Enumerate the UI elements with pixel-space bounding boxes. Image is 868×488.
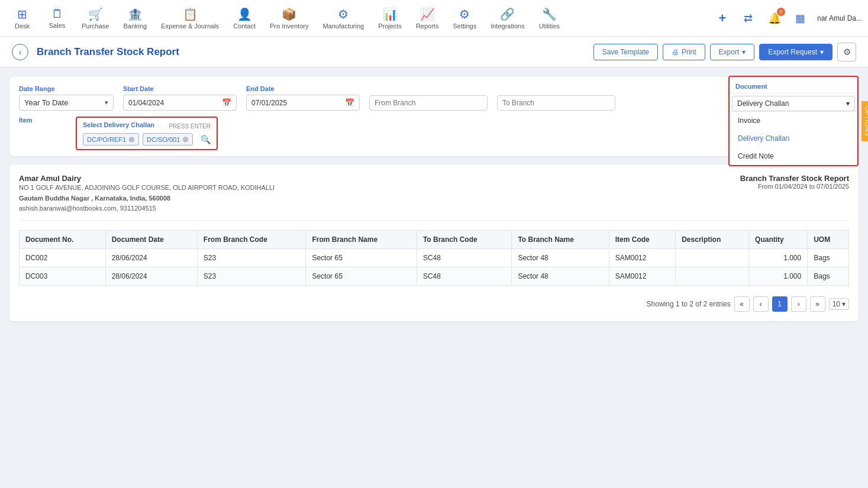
notification-bell[interactable]: 🔔 0 — [765, 9, 784, 28]
pagination-first[interactable]: « — [734, 296, 750, 312]
grid-icon[interactable]: ▦ — [791, 9, 810, 28]
cell-item-code-2: SAM0012 — [609, 267, 675, 285]
cell-description-2 — [676, 267, 749, 285]
document-option-delivery-challan[interactable]: Delivery Challan — [730, 130, 857, 147]
nav-purchase[interactable]: 🛒 Purchase — [76, 4, 115, 33]
end-date-group: End Date 📅 — [246, 85, 360, 111]
document-option-credit-note[interactable]: Credit Note — [730, 147, 857, 165]
settings-icon: ⚙ — [459, 7, 470, 21]
pagination-current-page[interactable]: 1 — [772, 296, 788, 312]
transfer-icon[interactable]: ⇄ — [739, 9, 758, 28]
nav-integrations[interactable]: 🔗 Integrations — [485, 4, 530, 33]
nav-purchase-label: Purchase — [82, 22, 109, 30]
nav-pro-inventory[interactable]: 📦 Pro Inventory — [264, 4, 314, 33]
report-title: Branch Transfer Stock Report — [740, 174, 849, 183]
table-header-row: Document No. Document Date From Branch C… — [20, 230, 849, 248]
col-quantity: Quantity — [749, 230, 808, 248]
nav-banking[interactable]: 🏦 Banking — [117, 4, 153, 33]
date-range-value: Year To Date — [24, 98, 68, 107]
col-doc-no: Document No. — [20, 230, 106, 248]
from-branch-input[interactable] — [375, 99, 482, 107]
col-description: Description — [676, 230, 749, 248]
cell-quantity-2: 1.000 — [749, 267, 808, 285]
item-tag-row: DC/PO/REF1 ⊗ DC/SO/001 ⊗ 🔍 — [83, 133, 211, 146]
page-title: Branch Transfer Stock Report — [37, 46, 585, 58]
contact-icon: 👤 — [237, 7, 252, 21]
pagination-last[interactable]: » — [810, 296, 825, 312]
nav-projects-label: Projects — [378, 22, 402, 30]
date-range-select[interactable]: Year To Date ▾ — [19, 95, 114, 111]
nav-projects[interactable]: 📊 Projects — [372, 4, 408, 33]
company-address-line2: Gautam Buddha Nagar , Karnataka, India, … — [19, 193, 275, 204]
cell-item-code-1: SAM0012 — [609, 248, 675, 267]
nav-settings[interactable]: ⚙ Settings — [447, 4, 482, 33]
nav-sales-label: Sales — [49, 22, 66, 29]
table-scroll-container[interactable]: Document No. Document Date From Branch C… — [19, 230, 849, 286]
top-navigation: ⊞ Desk 🗒 Sales 🛒 Purchase 🏦 Banking 📋 Ex… — [0, 0, 868, 37]
col-item-code: Item Code — [609, 230, 675, 248]
start-date-calendar-icon[interactable]: 📅 — [222, 98, 231, 107]
report-card: Amar Amul Dairy NO 1 GOLF AVENUE, ADJOIN… — [9, 164, 859, 321]
options-tab[interactable]: OPTIONS — [861, 101, 868, 141]
print-button[interactable]: 🖨 Print — [663, 44, 705, 60]
col-doc-date: Document Date — [105, 230, 197, 248]
cell-from-name-2: Sector 65 — [306, 267, 417, 285]
pagination-prev[interactable]: ‹ — [753, 296, 769, 312]
nav-utilities[interactable]: 🔧 Utilities — [533, 4, 566, 33]
pro-inventory-icon: 📦 — [282, 7, 296, 21]
document-option-invoice[interactable]: Invoice — [730, 112, 857, 130]
company-address-line3: ashish.baranwal@hostbooks.com, 931120451… — [19, 203, 275, 214]
printer-icon: 🖨 — [672, 48, 679, 56]
nav-desk-label: Desk — [15, 22, 30, 30]
export-button[interactable]: Export ▾ — [710, 44, 755, 60]
to-branch-group — [497, 86, 615, 111]
item-tag-ref-close[interactable]: ⊗ — [128, 135, 135, 144]
item-filter-group: Item — [19, 117, 66, 124]
banking-icon: 🏦 — [128, 7, 143, 21]
nav-expense-journals[interactable]: 📋 Expense & Journals — [155, 4, 225, 33]
projects-icon: 📊 — [383, 7, 398, 21]
end-date-input[interactable] — [251, 99, 340, 107]
start-date-input[interactable] — [128, 99, 217, 107]
nav-sales[interactable]: 🗒 Sales — [41, 4, 73, 33]
cell-from-code-2: S23 — [197, 267, 306, 285]
item-search-icon[interactable]: 🔍 — [201, 135, 211, 144]
pagination-row: Showing 1 to 2 of 2 entries « ‹ 1 › » 10… — [19, 290, 849, 312]
item-selector-hint: Select Delivery Challan — [83, 121, 154, 128]
item-tag-so-close[interactable]: ⊗ — [182, 135, 189, 144]
item-selector-header: Select Delivery Challan PRESS ENTER — [83, 121, 211, 131]
press-enter-hint: PRESS ENTER — [169, 123, 211, 130]
add-button[interactable]: + — [713, 9, 732, 28]
end-date-calendar-icon[interactable]: 📅 — [345, 98, 354, 107]
nav-pro-inventory-label: Pro Inventory — [270, 22, 308, 30]
per-page-select[interactable]: 10 ▾ — [829, 298, 849, 310]
document-dropdown-container: Document Delivery Challan ▾ Invoice Deli… — [728, 76, 859, 166]
back-button[interactable]: ‹ — [12, 44, 28, 60]
nav-reports[interactable]: 📈 Reports — [410, 4, 445, 33]
cell-uom-1: Bags — [808, 248, 849, 267]
nav-reports-label: Reports — [416, 22, 439, 30]
document-dropdown-menu: Invoice Delivery Challan Credit Note — [730, 111, 857, 165]
item-tag-so: DC/SO/001 ⊗ — [143, 133, 193, 146]
document-selected[interactable]: Delivery Challan ▾ — [732, 96, 855, 111]
settings-gear-button[interactable]: ⚙ — [837, 43, 856, 62]
to-branch-input[interactable] — [502, 99, 610, 107]
from-branch-input-wrap — [369, 95, 488, 111]
sales-icon: 🗒 — [51, 7, 63, 21]
filter-row-1: Date Range Year To Date ▾ Start Date 📅 E… — [19, 85, 849, 111]
cell-from-name-1: Sector 65 — [306, 248, 417, 267]
export-request-button[interactable]: Export Request ▾ — [759, 44, 832, 60]
nav-contact[interactable]: 👤 Contact — [227, 4, 262, 33]
filter-row-2: Item Select Delivery Challan PRESS ENTER… — [19, 117, 849, 150]
pagination-next[interactable]: › — [791, 296, 806, 312]
notification-count: 0 — [777, 8, 785, 16]
save-template-button[interactable]: Save Template — [593, 44, 658, 60]
utilities-icon: 🔧 — [542, 7, 557, 21]
report-date-range: From 01/04/2024 to 07/01/2025 — [740, 183, 849, 190]
table-header: Document No. Document Date From Branch C… — [20, 230, 849, 248]
table-body: DC002 28/06/2024 S23 Sector 65 SC48 Sect… — [20, 248, 849, 285]
nav-manufacturing[interactable]: ⚙ Manufacturing — [317, 4, 370, 33]
user-menu[interactable]: nar Amul Da... — [817, 14, 862, 22]
nav-desk[interactable]: ⊞ Desk — [6, 4, 38, 33]
col-from-branch-name: From Branch Name — [306, 230, 417, 248]
